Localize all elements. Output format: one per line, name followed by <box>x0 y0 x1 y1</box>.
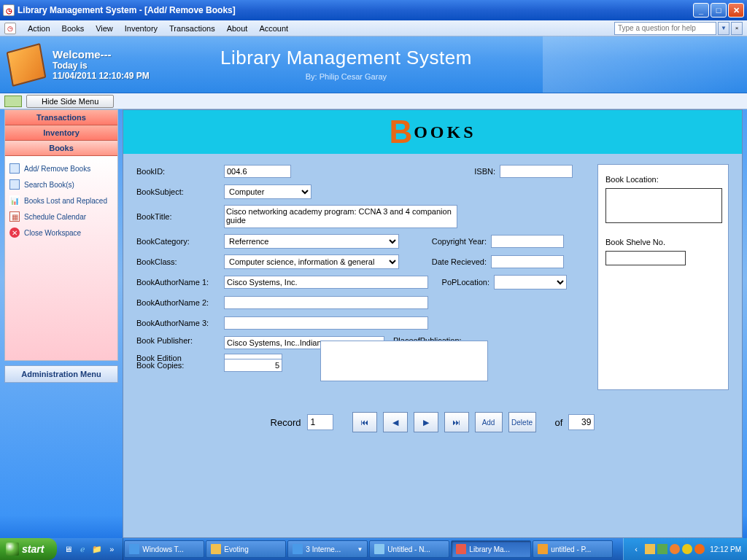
taskbar-item[interactable]: Windows T... <box>124 540 204 558</box>
isbn-input[interactable] <box>500 165 573 178</box>
nav-prev-button[interactable]: ◀ <box>383 412 408 432</box>
copyright-input[interactable] <box>491 235 564 248</box>
sidebar-item-search[interactable]: Search Book(s) <box>8 176 115 192</box>
sidebar-item-addremove[interactable]: Add/ Remove Books <box>8 160 115 176</box>
menu-view[interactable]: View <box>90 23 119 34</box>
quick-launch: 🖥 ℯ 📁 » <box>57 538 123 560</box>
sidebar: Transactions Inventory Books Add/ Remove… <box>4 109 118 538</box>
close-icon: ✕ <box>9 228 20 238</box>
label-title: BookTitle: <box>136 212 224 221</box>
label-category: BookCategory: <box>136 237 224 246</box>
mdi-close-button[interactable]: × <box>731 22 743 35</box>
sidebar-item-label: Books Lost and Replaced <box>24 197 107 205</box>
poploc-select[interactable] <box>494 275 567 289</box>
sidebar-item-label: Add/ Remove Books <box>24 165 90 173</box>
main-panel: B OOKS BookID: ISBN: BookSubject: Comput… <box>123 109 743 538</box>
tray-icon[interactable] <box>670 544 680 554</box>
shelve-input[interactable] <box>605 251 686 265</box>
label-subject: BookSubject: <box>136 187 224 196</box>
banner-title: Library Management System <box>150 47 543 69</box>
help-search-input[interactable] <box>614 22 716 35</box>
nav-next-button[interactable]: ▶ <box>414 412 438 432</box>
menu-books[interactable]: Books <box>56 23 90 34</box>
chart-icon: 📊 <box>9 195 20 206</box>
label-copies: Book Copies: <box>136 361 224 370</box>
title-input[interactable]: Cisco networking academy program: CCNA 3… <box>224 205 457 228</box>
ie-icon[interactable]: ℯ <box>76 542 89 556</box>
add-button[interactable]: Add <box>475 412 503 432</box>
sidebar-tab-administration[interactable]: Administration Menu <box>4 365 118 383</box>
menu-account[interactable]: Account <box>253 23 294 34</box>
pop-textarea[interactable] <box>320 341 488 381</box>
welcome-text: Welcome--- <box>53 48 150 61</box>
record-navigator: Record ⏮ ◀ ▶ ⏭ Add Delete of <box>123 400 742 444</box>
taskbar-item[interactable]: Evoting <box>206 540 286 558</box>
menu-transactions[interactable]: Transactions <box>163 23 221 34</box>
bookid-input[interactable] <box>224 165 291 178</box>
taskbar-item[interactable]: untitled - P... <box>533 540 613 558</box>
location-box[interactable] <box>605 188 722 223</box>
menu-inventory[interactable]: Inventory <box>119 23 163 34</box>
record-label: Record <box>271 417 301 428</box>
sidebar-item-calendar[interactable]: ▦ Schedule Calendar <box>8 209 115 225</box>
tray-icon[interactable] <box>657 544 667 554</box>
tray-icon[interactable] <box>694 544 705 554</box>
windows-logo-icon <box>6 542 19 556</box>
label-copyright: Copyright Year: <box>414 237 487 246</box>
book-logo-icon <box>6 44 47 85</box>
hide-side-menu-button[interactable]: Hide Side Menu <box>26 95 114 108</box>
menubar: ◷ Action Books View Inventory Transactio… <box>0 20 747 36</box>
taskbar: start 🖥 ℯ 📁 » Windows T... Evoting 3 Int… <box>0 538 747 560</box>
close-button[interactable]: ✕ <box>728 3 744 18</box>
today-label: Today is <box>53 61 150 71</box>
books-panel-header: B OOKS <box>123 110 742 154</box>
menu-action[interactable]: Action <box>22 23 56 34</box>
sidebar-item-label: Close Workspace <box>24 229 81 237</box>
chevron-right-icon[interactable]: » <box>105 542 118 556</box>
author1-input[interactable] <box>224 276 428 289</box>
menu-about[interactable]: About <box>221 23 254 34</box>
delete-button[interactable]: Delete <box>508 412 536 432</box>
tray-icon[interactable] <box>682 544 692 554</box>
clock: 12:12 PM <box>710 545 741 553</box>
app-banner: Welcome--- Today is 11/04/2011 12:10:49 … <box>0 36 747 93</box>
tray-icon[interactable] <box>645 544 655 554</box>
sidebar-tab-books[interactable]: Books <box>5 141 117 156</box>
record-current-input[interactable] <box>307 414 333 430</box>
sidebar-item-close[interactable]: ✕ Close Workspace <box>8 225 115 241</box>
sidebar-tab-transactions[interactable]: Transactions <box>5 110 117 125</box>
copies-input[interactable] <box>224 359 282 372</box>
label-location: Book Location: <box>605 175 721 184</box>
books-header-b: B <box>389 114 412 150</box>
sidebar-tab-inventory[interactable]: Inventory <box>5 125 117 141</box>
subject-select[interactable]: Computer <box>224 184 311 199</box>
desktop-icon[interactable]: 🖥 <box>61 542 74 556</box>
taskbar-item-active[interactable]: Library Ma... <box>451 540 531 558</box>
start-button[interactable]: start <box>0 538 57 560</box>
nav-last-button[interactable]: ⏭ <box>444 412 469 432</box>
author3-input[interactable] <box>224 316 428 330</box>
label-publisher: Book Publisher: <box>136 336 224 345</box>
taskbar-item[interactable]: Untitled - N... <box>369 540 449 558</box>
label-shelve: Book Shelve No. <box>605 238 721 246</box>
record-total <box>568 414 595 430</box>
toggle-bar: Hide Side Menu <box>0 93 747 109</box>
class-select[interactable]: Computer science, information & general <box>224 254 399 269</box>
author2-input[interactable] <box>224 296 428 309</box>
explorer-icon[interactable]: 📁 <box>90 542 104 556</box>
label-received: Date Recieved: <box>414 257 487 266</box>
received-input[interactable] <box>491 255 564 268</box>
toggle-indicator-icon <box>4 96 22 107</box>
maximize-button[interactable]: □ <box>711 3 727 18</box>
book-icon <box>9 163 20 174</box>
window-title: Library Management System - [Add/ Remove… <box>18 5 693 15</box>
category-select[interactable]: Referrence <box>224 234 399 249</box>
chevron-left-icon[interactable]: ‹ <box>630 542 643 556</box>
label-bookid: BookID: <box>136 167 224 176</box>
minimize-button[interactable]: _ <box>693 3 709 18</box>
help-dropdown-button[interactable]: ▼ <box>718 22 729 35</box>
taskbar-item[interactable]: 3 Interne...▼ <box>287 540 368 558</box>
sidebar-item-lost[interactable]: 📊 Books Lost and Replaced <box>8 192 115 209</box>
datetime-text: 11/04/2011 12:10:49 PM <box>53 71 150 81</box>
nav-first-button[interactable]: ⏮ <box>352 412 377 432</box>
